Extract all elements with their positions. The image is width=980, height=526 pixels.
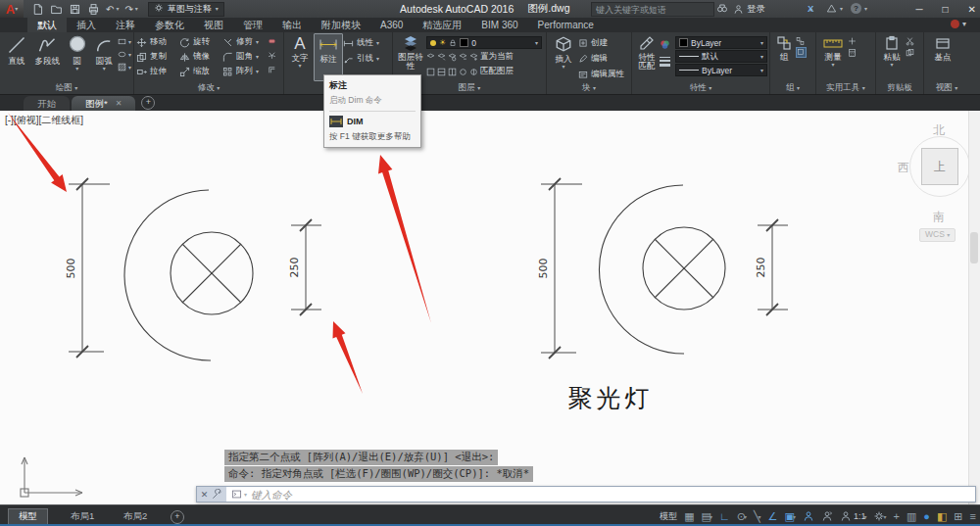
autoscale-icon[interactable] (821, 510, 833, 522)
ribbon-tab-a360[interactable]: A360 (370, 18, 413, 32)
drawing-canvas[interactable]: [-][俯视][二维线框] 500 (0, 111, 980, 504)
trim-button[interactable]: 修剪▾ (222, 35, 266, 49)
help-search-box[interactable] (591, 2, 714, 17)
new-file-icon[interactable] (31, 3, 44, 16)
arc-button[interactable]: 圆弧▾ (90, 33, 118, 81)
ungroup-icon[interactable] (796, 36, 805, 45)
snap-toggle-icon[interactable]: ▤▾ (702, 510, 712, 523)
workspace-selector[interactable]: 草图与注释 ▾ (148, 2, 224, 17)
panel-label-block[interactable]: 块 ▾ (547, 81, 631, 94)
layer-tool-icon[interactable] (469, 68, 478, 76)
layer-tool-icon[interactable] (448, 68, 457, 76)
panel-label-properties[interactable]: 特性 ▾ (632, 81, 769, 94)
cut-icon[interactable] (906, 36, 914, 45)
ribbon-tab-parametric[interactable]: 参数化 (145, 18, 194, 32)
layer-tool-icon[interactable] (426, 53, 435, 62)
ribbon-tab-addins[interactable]: 附加模块 (312, 18, 370, 32)
annotation-scale-icon[interactable]: 1:1▾ (840, 510, 867, 522)
object-color-dropdown[interactable]: ByLayer▾ (675, 36, 767, 49)
ribbon-tab-output[interactable]: 输出 (272, 18, 312, 32)
command-input[interactable] (247, 489, 975, 501)
wcs-dropdown[interactable]: WCS ▾ (919, 228, 956, 242)
scale-button[interactable]: 缩放 (179, 65, 220, 78)
close-button[interactable]: ✕ (968, 4, 976, 15)
layer-tool-icon[interactable] (448, 53, 457, 62)
open-file-icon[interactable] (50, 3, 63, 16)
new-layout-button[interactable]: + (171, 510, 184, 524)
explode-icon[interactable] (268, 50, 276, 59)
layout-tab-layout1[interactable]: 布局1 (61, 508, 104, 524)
wrench-icon[interactable] (212, 489, 222, 500)
command-bar-grip[interactable]: ✕ (197, 487, 226, 502)
linear-dim-button[interactable]: 线性▾ (343, 36, 390, 50)
create-block-button[interactable]: 创建 (578, 36, 627, 50)
polar-tracking-icon[interactable]: ⊙▾ (737, 510, 747, 523)
base-button[interactable]: 基点 (926, 33, 959, 81)
plot-icon[interactable] (87, 3, 100, 16)
line-button[interactable]: 直线 (2, 33, 31, 81)
search-input[interactable] (592, 5, 714, 15)
panel-label-utilities[interactable]: 实用工具 ▾ (816, 81, 875, 94)
match-layer-button[interactable]: 匹配图层 (480, 66, 514, 77)
vertical-scrollbar[interactable] (968, 111, 980, 504)
ribbon-tab-home[interactable]: 默认 (27, 18, 67, 32)
stretch-button[interactable]: 拉伸 (136, 65, 177, 78)
linetype-dropdown[interactable]: ByLayer▾ (675, 64, 767, 76)
command-options-icon[interactable]: ▾ (231, 489, 247, 500)
lineweight-dropdown[interactable]: 默认▾ (675, 50, 767, 63)
ribbon-tab-manage[interactable]: 管理 (233, 18, 272, 32)
redo-button[interactable]: ↷▾ (124, 4, 137, 15)
layer-tool-icon[interactable] (459, 68, 467, 76)
ribbon-tab-bim360[interactable]: BIM 360 (471, 18, 527, 32)
sign-in-control[interactable]: 登录 ▾ (733, 3, 812, 16)
ribbon-tab-performance[interactable]: Performance (528, 18, 604, 32)
ribbon-tab-insert[interactable]: 插入 (67, 18, 106, 32)
insert-block-button[interactable]: 插入▾ (549, 33, 578, 81)
file-tab-start[interactable]: 开始 (24, 96, 70, 111)
lineweight-icon[interactable] (660, 57, 675, 67)
group-edit-icon[interactable] (796, 47, 807, 58)
fillet-button[interactable]: 圆角▾ (222, 50, 266, 64)
grid-toggle-icon[interactable]: ▦ (684, 510, 694, 523)
text-button[interactable]: A 文字▾ (286, 33, 314, 81)
object-snap-icon[interactable]: ▣▾ (784, 510, 795, 523)
layer-dropdown[interactable]: ☀ 0 ▾ (426, 36, 542, 49)
layout-tab-layout2[interactable]: 布局2 (114, 508, 157, 524)
ribbon-display-toggle[interactable]: ▾ (951, 20, 966, 28)
undo-button[interactable]: ↶▾ (106, 4, 119, 15)
paste-button[interactable]: 粘贴▾ (878, 33, 906, 81)
measure-button[interactable]: 测量▾ (818, 33, 848, 81)
copy-clip-icon[interactable] (906, 48, 914, 57)
app-menu-button[interactable]: A▾ (0, 0, 24, 18)
scrollbar-thumb[interactable] (970, 232, 978, 263)
exchange-apps-icon[interactable]: X (808, 3, 813, 14)
a360-connect-icon[interactable]: ▾ (826, 3, 843, 14)
erase-icon[interactable] (268, 35, 276, 44)
move-button[interactable]: 移动 (136, 35, 177, 49)
customization-menu-icon[interactable]: ≡ (970, 510, 976, 522)
file-tab-current[interactable]: 图例*✕ (72, 96, 135, 111)
group-button[interactable]: 组 (772, 33, 796, 81)
rectangle-tool-icon[interactable]: ▾ (118, 36, 131, 47)
hatch-tool-icon[interactable]: ▾ (118, 62, 131, 72)
ribbon-tab-annotate[interactable]: 注释 (106, 18, 145, 32)
quick-calc-icon[interactable] (848, 48, 857, 57)
mirror-button[interactable]: 镜像 (179, 50, 220, 64)
graphics-performance-icon[interactable]: ◧ (937, 510, 947, 523)
command-close-icon[interactable]: ✕ (201, 490, 209, 500)
minimize-button[interactable]: ─ (915, 4, 922, 15)
edit-block-button[interactable]: 编辑 (578, 52, 627, 66)
annotation-visibility-icon[interactable] (803, 510, 814, 522)
isodraft-icon[interactable]: ╲▾ (754, 510, 761, 523)
match-properties-button[interactable]: 特性匹配 (634, 33, 660, 81)
layer-tool-icon[interactable] (437, 53, 446, 62)
annotation-monitor-icon[interactable]: + (893, 510, 899, 522)
copy-button[interactable]: 复制 (136, 50, 177, 64)
ribbon-tab-view[interactable]: 视图 (194, 18, 233, 32)
search-go-icon[interactable] (716, 2, 728, 16)
object-snap-tracking-icon[interactable]: ∠ (768, 510, 778, 523)
panel-label-group[interactable]: 组 ▾ (770, 81, 815, 94)
layer-tool-icon[interactable] (426, 68, 435, 76)
layer-tool-icon[interactable] (469, 53, 478, 62)
layer-tool-icon[interactable] (437, 68, 446, 76)
